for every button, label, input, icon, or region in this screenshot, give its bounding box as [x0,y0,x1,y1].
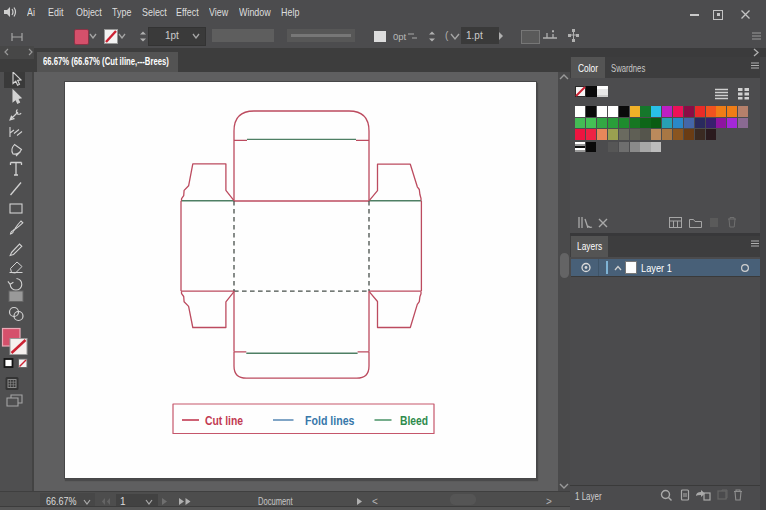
svg-text:Cut line: Cut line [205,413,243,428]
svg-text:Fold lines: Fold lines [305,413,355,428]
svg-text:Bleed: Bleed [400,413,428,428]
